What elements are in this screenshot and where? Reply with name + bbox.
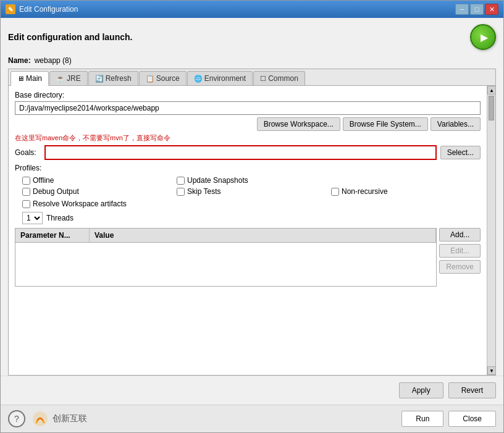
table-side-buttons: Add... Edit... Remove [439,228,481,287]
update-snapshots-label: Update Snapshots [187,176,248,185]
non-recursive-label: Non-recursive [342,187,388,196]
bottom-buttons: Apply Revert [1,376,503,405]
threads-select[interactable]: 1 2 4 [22,212,43,224]
name-row: Name: webapp (8) [8,56,496,65]
remove-button[interactable]: Remove [439,260,481,274]
help-icon: ? [14,414,19,424]
offline-label: Offline [33,176,54,185]
profiles-label: Profiles: [15,164,481,172]
scroll-up-button[interactable]: ▲ [487,86,495,95]
base-directory-section: Base directory: Browse Workspace... Brow… [15,91,481,131]
resolve-workspace-checkbox[interactable] [22,200,30,208]
checkbox-grid: Offline Update Snapshots Debug Output [22,176,481,196]
parameters-table: Parameter N... Value [15,228,437,287]
run-icon-button[interactable] [470,24,496,50]
browse-file-system-button[interactable]: Browse File System... [343,117,428,131]
jre-tab-icon: ☕ [56,75,65,83]
goals-input[interactable] [44,145,437,160]
minimize-button[interactable]: − [455,4,469,15]
tab-source[interactable]: 📋 Source [139,71,187,85]
window-title: Edit Configuration [19,5,78,14]
offline-checkbox[interactable] [22,177,30,185]
revert-button[interactable]: Revert [448,382,496,398]
title-bar: ✎ Edit Configuration − □ ✕ [1,1,503,18]
goals-label: Goals: [15,148,41,157]
tab-common-label: Common [268,74,298,83]
update-snapshots-checkbox-item[interactable]: Update Snapshots [177,176,326,185]
debug-output-label: Debug Output [33,187,79,196]
help-button[interactable]: ? [8,410,25,427]
skip-tests-checkbox[interactable] [177,188,185,196]
environment-tab-icon: 🌐 [194,75,203,83]
add-button[interactable]: Add... [439,228,481,242]
tab-environment[interactable]: 🌐 Environment [187,71,253,85]
window-body: Edit configuration and launch. Name: web… [1,18,503,376]
main-tab-icon: 🖥 [17,75,24,82]
header-title: Edit configuration and launch. [8,32,132,42]
tab-content-area: Base directory: Browse Workspace... Brow… [9,86,495,375]
main-window: ✎ Edit Configuration − □ ✕ Edit configur… [0,0,504,433]
non-recursive-checkbox-item[interactable]: Non-recursive [331,187,481,196]
maximize-button[interactable]: □ [470,4,484,15]
tab-main[interactable]: 🖥 Main [10,71,49,86]
tab-source-label: Source [156,74,180,83]
debug-output-checkbox-item[interactable]: Debug Output [22,187,172,196]
debug-output-checkbox[interactable] [22,188,30,196]
offline-checkbox-item[interactable]: Offline [22,176,172,185]
footer-action-buttons: Run Close [401,411,496,427]
close-window-button[interactable]: ✕ [485,4,498,15]
goals-select-button[interactable]: Select... [440,146,481,159]
footer: ? 创新互联 Run Close [1,405,503,432]
logo-text: 创新互联 [52,413,87,424]
main-panel: 🖥 Main ☕ JRE 🔄 Refresh 📋 Source 🌐 [8,69,496,376]
parameters-table-area: Parameter N... Value Add... Edit... Remo… [15,228,481,287]
window-controls: − □ ✕ [455,4,498,15]
threads-row: 1 2 4 Threads [22,212,481,224]
update-snapshots-checkbox[interactable] [177,177,185,185]
footer-logo: 创新互联 [32,410,87,427]
edit-button[interactable]: Edit... [439,244,481,258]
variables-button[interactable]: Variables... [430,117,481,131]
resolve-workspace-label: Resolve Workspace artifacts [33,200,127,208]
tab-refresh-label: Refresh [106,74,132,83]
table-body [15,243,436,286]
browse-buttons-row: Browse Workspace... Browse File System..… [15,117,481,131]
profiles-section: Profiles: Offline Update Snapshots [15,164,481,224]
tab-main-label: Main [26,74,42,83]
apply-button[interactable]: Apply [399,382,443,398]
name-value: webapp (8) [35,56,72,65]
name-label: Name: [8,56,31,65]
tabs-bar: 🖥 Main ☕ JRE 🔄 Refresh 📋 Source 🌐 [9,69,495,86]
close-button[interactable]: Close [448,411,496,427]
base-directory-label: Base directory: [15,91,481,99]
header-section: Edit configuration and launch. [8,24,496,50]
col-value: Value [90,229,436,242]
source-tab-icon: 📋 [146,75,154,83]
logo-svg [32,410,49,427]
scroll-down-button[interactable]: ▼ [487,366,495,375]
run-button[interactable]: Run [401,411,443,427]
tab-common[interactable]: ☐ Common [253,71,305,85]
non-recursive-checkbox[interactable] [331,188,339,196]
tab-jre[interactable]: ☕ JRE [49,71,88,85]
resolve-workspace-checkbox-item[interactable]: Resolve Workspace artifacts [22,200,481,208]
title-bar-left: ✎ Edit Configuration [6,4,78,14]
scrollbar-track: ▲ ▼ [487,86,495,375]
col-parameter-name: Parameter N... [15,229,90,242]
scroll-thumb[interactable] [489,96,494,120]
goals-row: Goals: Select... [15,145,481,160]
browse-workspace-button[interactable]: Browse Workspace... [257,117,340,131]
common-tab-icon: ☐ [260,75,266,83]
scrollable-content: Base directory: Browse Workspace... Brow… [9,86,487,375]
base-directory-input[interactable] [15,101,481,115]
table-header: Parameter N... Value [15,229,436,243]
tab-environment-label: Environment [204,74,246,83]
window-icon: ✎ [6,4,15,14]
refresh-tab-icon: 🔄 [95,75,104,83]
tab-refresh[interactable]: 🔄 Refresh [88,71,138,85]
skip-tests-checkbox-item[interactable]: Skip Tests [177,187,326,196]
threads-label: Threads [46,214,74,222]
tab-jre-label: JRE [67,74,81,83]
hint-text: 在这里写maven命令，不需要写mvn了，直接写命令 [15,133,481,143]
skip-tests-label: Skip Tests [187,187,220,196]
